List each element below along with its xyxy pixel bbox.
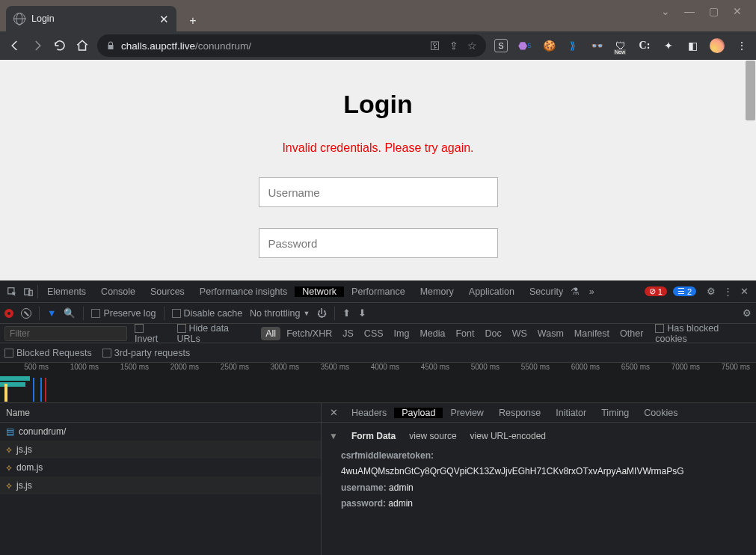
filter-type-manifest[interactable]: Manifest	[570, 327, 614, 340]
filter-type-js[interactable]: JS	[338, 327, 358, 340]
maximize-icon[interactable]: ▢	[708, 6, 719, 16]
ext-icon-1[interactable]: S	[494, 39, 508, 52]
devtools-menu-icon[interactable]: ⋮	[720, 284, 735, 299]
filter-type-wasm[interactable]: Wasm	[533, 327, 568, 340]
download-har-icon[interactable]: ⬇	[358, 307, 366, 319]
request-row[interactable]: ⟡js.js	[0, 441, 321, 459]
devtools-tab-memory[interactable]: Memory	[413, 286, 461, 297]
chevron-down-icon[interactable]: ⌄	[660, 6, 671, 16]
back-button[interactable]	[7, 38, 22, 53]
profile-avatar[interactable]	[710, 38, 725, 53]
devtools-tab-security[interactable]: Security	[522, 286, 571, 297]
filter-type-font[interactable]: Font	[451, 327, 479, 340]
devtools-tab-sources[interactable]: Sources	[143, 286, 192, 297]
detail-tab-preview[interactable]: Preview	[443, 408, 491, 418]
form-data-key: csrfmiddlewaretoken:	[341, 450, 434, 461]
request-list: Name ▤conundrum/⟡js.js⟡dom.js⟡js.js	[0, 403, 322, 555]
more-tabs-icon[interactable]: »	[584, 284, 599, 299]
kebab-menu-icon[interactable]: ⋮	[735, 39, 749, 52]
form-data-value: admin	[388, 498, 413, 509]
devtools-tab-application[interactable]: Application	[461, 286, 522, 297]
new-tab-button[interactable]: +	[182, 10, 203, 31]
filter-type-media[interactable]: Media	[415, 327, 449, 340]
name-column-header[interactable]: Name	[0, 403, 321, 423]
ruler-tick: 1500 ms	[100, 363, 150, 373]
tab-title: Login	[31, 13, 153, 24]
filter-funnel-icon[interactable]: ▼	[47, 308, 56, 319]
network-timeline[interactable]: 500 ms1000 ms1500 ms2000 ms2500 ms3000 m…	[0, 363, 756, 403]
browser-tab[interactable]: Login ✕	[6, 6, 176, 31]
close-tab-icon[interactable]: ✕	[159, 13, 169, 25]
close-window-icon[interactable]: ✕	[732, 6, 743, 16]
filter-type-ws[interactable]: WS	[508, 327, 532, 340]
detail-tab-timing[interactable]: Timing	[594, 408, 636, 418]
devtools-tab-console[interactable]: Console	[93, 286, 143, 297]
devtools-tab-elements[interactable]: Elements	[40, 286, 93, 297]
devtools-close-icon[interactable]: ✕	[737, 284, 752, 299]
request-row[interactable]: ⟡dom.js	[0, 459, 321, 476]
inspect-icon[interactable]	[4, 284, 19, 299]
filter-type-all[interactable]: All	[261, 327, 280, 340]
throttling-select[interactable]: No throttling ▼	[250, 308, 310, 319]
hide-data-urls-checkbox[interactable]: Hide data URLs	[177, 323, 254, 344]
detail-tab-payload[interactable]: Payload	[394, 408, 443, 418]
password-input[interactable]: Password	[259, 228, 498, 258]
home-button[interactable]	[75, 38, 90, 53]
wifi-icon[interactable]: ⏻	[317, 308, 327, 319]
share-icon[interactable]: ⇪	[449, 40, 458, 52]
preserve-log-checkbox[interactable]: Preserve log	[91, 308, 156, 319]
has-blocked-cookies-checkbox[interactable]: Has blocked cookies	[655, 323, 752, 344]
upload-har-icon[interactable]: ⬆	[342, 307, 351, 319]
ruler-tick: 1000 ms	[50, 363, 100, 373]
record-button[interactable]	[4, 309, 13, 318]
devtools-tab-performance[interactable]: Performance	[344, 286, 413, 297]
filter-type-other[interactable]: Other	[615, 327, 648, 340]
forward-button[interactable]	[30, 38, 45, 53]
filter-type-img[interactable]: Img	[390, 327, 414, 340]
detail-tab-cookies[interactable]: Cookies	[636, 408, 685, 418]
page-scrollbar[interactable]	[745, 60, 756, 280]
detail-tab-response[interactable]: Response	[491, 408, 548, 418]
extensions-icon[interactable]: ✦	[662, 39, 675, 52]
devtools-tab-performance-insights[interactable]: Performance insights	[192, 286, 295, 297]
caret-down-icon[interactable]: ▼	[329, 429, 338, 445]
ext-icon-3[interactable]: 🍪	[542, 39, 556, 52]
error-count-badge[interactable]: ⊘1	[645, 286, 667, 296]
bookmark-icon[interactable]: ☆	[467, 40, 477, 52]
settings-gear-icon[interactable]: ⚙	[704, 284, 719, 299]
ext-icon-7[interactable]: C:	[638, 39, 651, 52]
username-input[interactable]: Username	[259, 177, 498, 207]
minimize-icon[interactable]: —	[684, 6, 695, 16]
side-panel-icon[interactable]: ◧	[686, 39, 699, 52]
request-row[interactable]: ⟡js.js	[0, 476, 321, 494]
filter-input[interactable]	[4, 326, 127, 341]
ext-icon-2[interactable]: ⬣5	[518, 39, 532, 52]
filter-type-css[interactable]: CSS	[360, 327, 388, 340]
clear-button[interactable]	[21, 308, 31, 319]
ext-icon-4[interactable]: ⟫	[566, 39, 580, 52]
detail-tab-initiator[interactable]: Initiator	[548, 408, 594, 418]
network-settings-gear-icon[interactable]: ⚙	[743, 307, 752, 319]
close-detail-icon[interactable]: ✕	[326, 405, 341, 420]
blocked-requests-checkbox[interactable]: Blocked Requests	[4, 348, 92, 358]
key-icon[interactable]: ⚿	[430, 40, 440, 52]
filter-type-doc[interactable]: Doc	[480, 327, 505, 340]
third-party-checkbox[interactable]: 3rd-party requests	[102, 348, 190, 358]
info-count-badge[interactable]: ☰2	[673, 286, 696, 296]
form-data-row: password: admin	[329, 496, 749, 512]
error-message: Invalid credentials. Please try again.	[282, 141, 473, 155]
disable-cache-checkbox[interactable]: Disable cache	[172, 308, 243, 319]
ext-icon-6[interactable]: 🛡New	[614, 39, 627, 52]
invert-checkbox[interactable]: Invert	[135, 323, 170, 344]
request-row[interactable]: ▤conundrum/	[0, 423, 321, 441]
device-toggle-icon[interactable]	[21, 284, 36, 299]
devtools-tab-network[interactable]: Network	[295, 286, 344, 297]
ext-icon-5[interactable]: 👓	[590, 39, 603, 52]
search-icon[interactable]: 🔍	[64, 307, 76, 319]
detail-tab-headers[interactable]: Headers	[344, 408, 394, 418]
address-bar[interactable]: challs.aupctf.live/conundrum/ ⚿ ⇪ ☆	[97, 34, 486, 57]
view-url-encoded-link[interactable]: view URL-encoded	[470, 429, 546, 445]
view-source-link[interactable]: view source	[409, 429, 456, 445]
filter-type-fetchxhr[interactable]: Fetch/XHR	[282, 327, 336, 340]
reload-button[interactable]	[52, 38, 67, 53]
